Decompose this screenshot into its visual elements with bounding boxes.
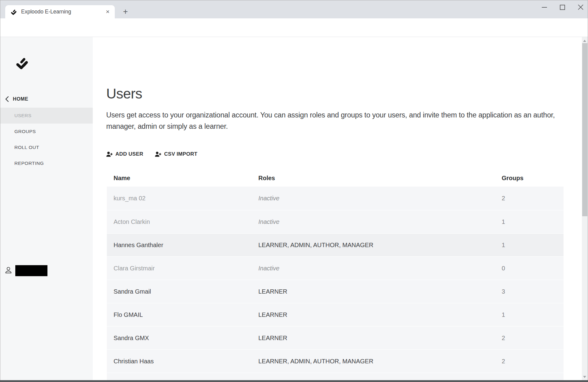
column-header-roles: Roles <box>258 175 502 182</box>
action-button-label: ADD USER <box>115 151 143 157</box>
action-buttons: ADD USERCSV IMPORT <box>106 151 197 157</box>
plus-icon: + <box>123 7 128 16</box>
cell-roles: LEARNER, ADMIN, AUTHOR, MANAGER <box>258 358 502 365</box>
cell-groups: 2 <box>502 335 564 342</box>
sidebar-item-reporting[interactable]: REPORTING <box>0 155 93 171</box>
vertical-scrollbar[interactable] <box>582 37 588 380</box>
table-row[interactable]: Acton ClarkinInactive1 <box>107 210 564 233</box>
page-content: HOME USERSGROUPSROLL OUTREPORTING Users … <box>0 37 588 380</box>
table-row-partial[interactable] <box>107 373 564 380</box>
page-title: Users <box>106 85 142 102</box>
cell-name: Sandra GMX <box>114 335 258 342</box>
table-row[interactable]: Clara GirstmairInactive0 <box>107 256 564 280</box>
users-table: NameRolesGroups kurs_ma 02Inactive2Acton… <box>107 170 564 380</box>
window-bottom-edge <box>0 380 588 382</box>
cell-name: Christian Haas <box>114 358 258 365</box>
cell-groups: 2 <box>502 358 564 365</box>
browser-toolbar: https://www.exploodo.com/en/users ☆ <box>0 18 588 37</box>
cell-groups: 3 <box>502 288 564 295</box>
window-minimize-button[interactable] <box>542 3 547 12</box>
chevron-left-icon <box>5 96 9 102</box>
table-row[interactable]: Flo GMAILLEARNER1 <box>107 303 564 326</box>
scroll-thumb[interactable] <box>582 43 587 216</box>
column-header-groups: Groups <box>502 175 564 182</box>
sidebar-item-home[interactable]: HOME <box>0 94 93 104</box>
cell-roles: LEARNER <box>258 335 502 342</box>
window-controls <box>542 3 583 12</box>
table-header: NameRolesGroups <box>107 170 564 187</box>
cell-name: Flo GMAIL <box>114 311 258 318</box>
tab-close-icon[interactable]: × <box>104 9 111 15</box>
person-plus-icon <box>106 151 113 157</box>
tab-title: Exploodo E-Learning <box>21 9 104 15</box>
new-tab-button[interactable]: + <box>120 6 131 17</box>
home-label: HOME <box>13 96 28 102</box>
action-button-label: CSV IMPORT <box>164 151 197 157</box>
cell-name: Acton Clarkin <box>114 218 258 225</box>
add-user-button[interactable]: ADD USER <box>106 151 143 157</box>
column-header-name: Name <box>114 175 258 182</box>
cell-name: Hannes Ganthaler <box>114 242 258 249</box>
cell-groups: 2 <box>502 195 564 202</box>
table-row[interactable]: kurs_ma 02Inactive2 <box>107 187 564 210</box>
minimize-icon <box>542 3 547 12</box>
table-row[interactable]: Christian HaasLEARNER, ADMIN, AUTHOR, MA… <box>107 349 564 373</box>
scroll-down-icon[interactable] <box>583 376 586 378</box>
browser-window: Exploodo E-Learning × + <box>0 0 588 382</box>
table-row[interactable]: Hannes GanthalerLEARNER, ADMIN, AUTHOR, … <box>107 233 564 256</box>
cell-roles: LEARNER <box>258 288 502 295</box>
scroll-up-icon[interactable] <box>583 40 586 42</box>
sidebar: HOME USERSGROUPSROLL OUTREPORTING <box>0 37 93 380</box>
cell-groups: 1 <box>502 218 564 225</box>
cell-name: Clara Girstmair <box>114 265 258 272</box>
main-content: Users Users get access to your organizat… <box>93 37 582 380</box>
cell-roles: Inactive <box>258 218 502 225</box>
cell-name: kurs_ma 02 <box>114 195 258 202</box>
window-close-button[interactable] <box>578 3 583 12</box>
sidebar-nav: USERSGROUPSROLL OUTREPORTING <box>0 108 93 171</box>
sidebar-item-label: GROUPS <box>14 129 36 134</box>
table-row[interactable]: Sandra GMXLEARNER2 <box>107 326 564 349</box>
cell-groups: 1 <box>502 242 564 249</box>
sidebar-item-label: ROLL OUT <box>14 145 39 150</box>
csv-import-button[interactable]: CSV IMPORT <box>155 151 197 157</box>
cell-name: Sandra Gmail <box>114 288 258 295</box>
cell-groups: 0 <box>502 265 564 272</box>
profile-area[interactable] <box>0 265 93 277</box>
cell-groups: 1 <box>502 311 564 318</box>
sidebar-item-users[interactable]: USERS <box>0 108 93 124</box>
exploodo-logo-icon <box>15 56 29 70</box>
table-row[interactable]: Sandra GmailLEARNER3 <box>107 280 564 303</box>
user-name-redacted <box>15 265 47 276</box>
tab-bar: Exploodo E-Learning × + <box>0 0 588 18</box>
close-icon <box>578 3 583 12</box>
cell-roles: LEARNER, ADMIN, AUTHOR, MANAGER <box>258 242 502 249</box>
sidebar-item-groups[interactable]: GROUPS <box>0 124 93 139</box>
exploodo-favicon-icon <box>10 9 17 15</box>
person-plus-icon <box>155 151 161 157</box>
maximize-icon <box>560 3 565 12</box>
browser-tab[interactable]: Exploodo E-Learning × <box>5 5 115 18</box>
table-body: kurs_ma 02Inactive2Acton ClarkinInactive… <box>107 187 564 380</box>
cell-roles: Inactive <box>258 265 502 272</box>
sidebar-item-roll-out[interactable]: ROLL OUT <box>0 139 93 155</box>
cell-roles: LEARNER <box>258 311 502 318</box>
person-icon <box>5 266 12 274</box>
window-maximize-button[interactable] <box>560 3 565 12</box>
sidebar-item-label: REPORTING <box>14 161 44 166</box>
cell-roles: Inactive <box>258 195 502 202</box>
page-description: Users get access to your organizational … <box>106 109 564 132</box>
sidebar-item-label: USERS <box>14 113 32 118</box>
